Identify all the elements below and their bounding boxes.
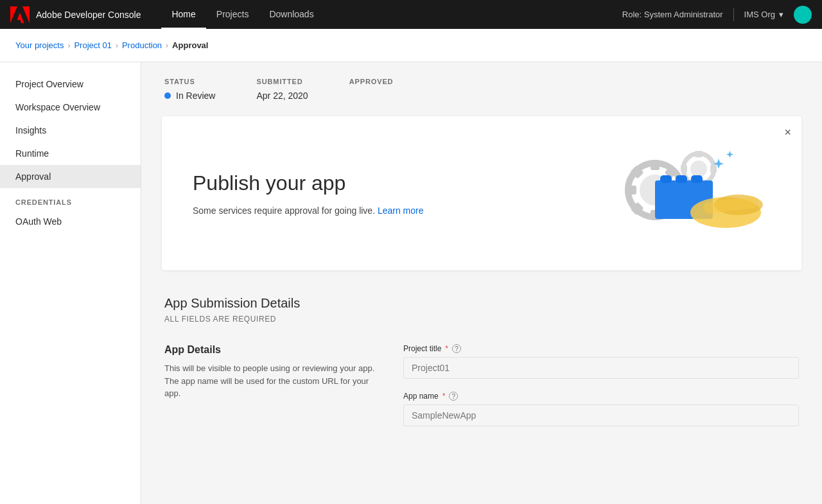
app-details-left: App Details This will be visible to peop…: [164, 344, 383, 439]
sidebar-item-oauth-web[interactable]: OAuth Web: [0, 210, 141, 233]
svg-point-11: [690, 161, 707, 177]
brand: Adobe Developer Console: [10, 6, 141, 23]
fields-required: ALL FIELDS ARE REQUIRED: [164, 315, 799, 324]
publish-card-title: Publish your app: [193, 171, 424, 195]
svg-rect-4: [626, 186, 636, 195]
illustration-svg: [591, 142, 771, 245]
publish-card-desc: Some services require approval for going…: [193, 205, 424, 216]
adobe-logo-icon: [10, 6, 30, 23]
nav-divider: [733, 8, 734, 21]
submitted-value: Apr 22, 2020: [256, 91, 308, 101]
app-name-label: App name * ?: [403, 392, 799, 401]
nav-downloads[interactable]: Downloads: [259, 0, 324, 29]
sidebar-item-runtime[interactable]: Runtime: [0, 142, 141, 165]
sidebar-item-approval[interactable]: Approval: [0, 165, 141, 188]
svg-rect-15: [710, 165, 717, 173]
nav-right: Role: System Administrator IMS Org ▾: [622, 6, 812, 24]
learn-more-link[interactable]: Learn more: [378, 205, 424, 216]
approved-label: APPROVED: [349, 78, 394, 85]
top-navigation: Adobe Developer Console Home Projects Do…: [0, 0, 822, 29]
submission-section: App Submission Details ALL FIELDS ARE RE…: [162, 296, 801, 439]
sidebar-item-workspace-overview[interactable]: Workspace Overview: [0, 96, 141, 119]
submitted-date: Apr 22, 2020: [256, 91, 308, 101]
status-value: In Review: [164, 91, 215, 101]
main-layout: Project Overview Workspace Overview Insi…: [0, 62, 822, 504]
app-name-field: App name * ?: [403, 392, 799, 426]
project-title-label: Project title * ?: [403, 344, 799, 353]
project-title-field: Project title * ?: [403, 344, 799, 379]
breadcrumb-sep-2: ›: [116, 41, 118, 50]
publish-illustration: [591, 142, 771, 245]
status-dot-icon: [164, 92, 171, 99]
submitted-field: SUBMITTED Apr 22, 2020: [256, 78, 308, 101]
chevron-down-icon: ▾: [779, 10, 783, 19]
org-selector[interactable]: IMS Org ▾: [744, 10, 783, 19]
publish-card: Publish your app Some services require a…: [162, 116, 801, 270]
nav-projects[interactable]: Projects: [206, 0, 259, 29]
breadcrumb-your-projects[interactable]: Your projects: [15, 40, 64, 50]
approved-field: APPROVED: [349, 78, 394, 101]
breadcrumb-sep-3: ›: [166, 41, 168, 50]
avatar[interactable]: [794, 6, 812, 24]
required-star-app: *: [442, 392, 446, 401]
role-text: Role: System Administrator: [622, 10, 723, 19]
required-star-project: *: [445, 344, 448, 353]
svg-rect-19: [691, 175, 703, 183]
sidebar-item-insights[interactable]: Insights: [0, 119, 141, 142]
status-field: STATUS In Review: [164, 78, 215, 101]
brand-name: Adobe Developer Console: [36, 10, 141, 20]
svg-rect-12: [695, 151, 703, 157]
app-details-right: Project title * ? App name * ?: [403, 344, 799, 439]
status-label: STATUS: [164, 78, 215, 85]
app-name-help-icon[interactable]: ?: [449, 392, 458, 401]
main-content: STATUS In Review SUBMITTED Apr 22, 2020 …: [141, 62, 822, 504]
app-details-desc: This will be visible to people using or …: [164, 362, 383, 400]
breadcrumb-sep-1: ›: [67, 41, 70, 50]
breadcrumb-current: Approval: [172, 40, 208, 50]
status-bar: STATUS In Review SUBMITTED Apr 22, 2020 …: [162, 78, 801, 101]
project-title-help-icon[interactable]: ?: [452, 344, 461, 353]
status-text: In Review: [176, 91, 215, 101]
breadcrumb: Your projects › Project 01 › Production …: [0, 29, 822, 62]
breadcrumb-production[interactable]: Production: [122, 40, 162, 50]
submitted-label: SUBMITTED: [256, 78, 308, 85]
sidebar-item-project-overview[interactable]: Project Overview: [0, 73, 141, 96]
nav-links: Home Projects Downloads: [161, 0, 622, 29]
project-title-input[interactable]: [403, 357, 799, 379]
svg-rect-14: [681, 165, 687, 173]
svg-rect-18: [676, 175, 687, 183]
app-details-row: App Details This will be visible to peop…: [164, 344, 799, 439]
app-details-title: App Details: [164, 344, 383, 356]
breadcrumb-project01[interactable]: Project 01: [74, 40, 112, 50]
org-name: IMS Org: [744, 10, 775, 19]
publish-card-text: Publish your app Some services require a…: [193, 171, 424, 216]
svg-rect-2: [651, 160, 660, 170]
app-name-input[interactable]: [403, 404, 799, 426]
credentials-section-label: CREDENTIALS: [0, 188, 141, 210]
svg-rect-17: [660, 175, 672, 183]
close-publish-card-button[interactable]: ×: [784, 126, 791, 138]
sidebar: Project Overview Workspace Overview Insi…: [0, 62, 141, 504]
submission-title: App Submission Details: [164, 296, 799, 311]
nav-home[interactable]: Home: [161, 0, 206, 29]
